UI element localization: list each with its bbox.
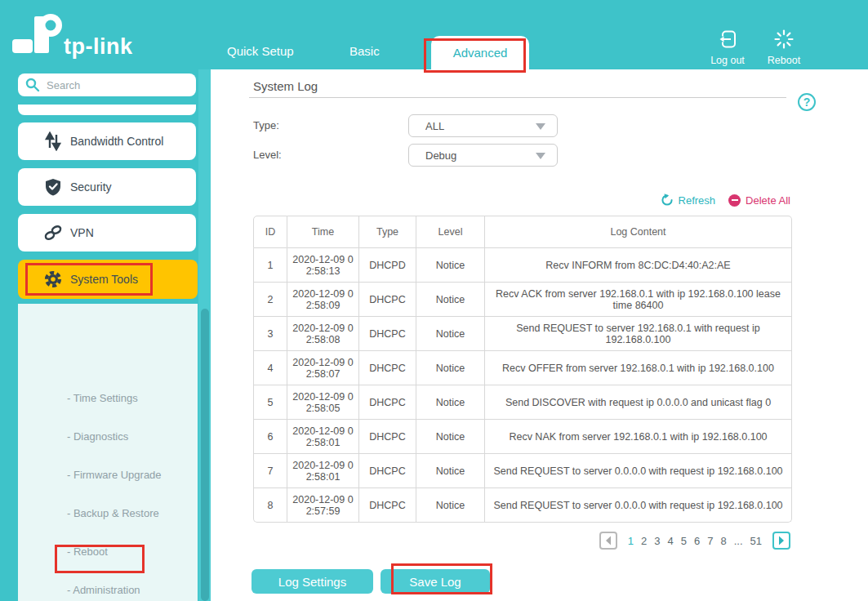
pagination: 12345678...51 [599, 532, 790, 550]
cell-time: 2020-12-09 02:58:08 [287, 317, 359, 351]
pagination-prev-button[interactable] [599, 532, 617, 550]
cell-log-content: Send REQUEST to server 0.0.0.0 with requ… [485, 488, 792, 523]
table-row: 32020-12-09 02:58:08DHCPCNoticeSend REQU… [253, 317, 792, 351]
submenu-item[interactable]: - Backup & Restore [67, 507, 159, 519]
pagination-page-6[interactable]: 6 [694, 535, 700, 547]
logout-icon [718, 29, 737, 49]
nav-tab-quick-setup[interactable]: Quick Setup [227, 44, 294, 58]
level-dropdown[interactable]: Debug [408, 144, 558, 167]
nav-tab-advanced[interactable]: Advanced [431, 36, 529, 69]
cell-log-content: Send DISCOVER with request ip 0.0.0.0 an… [485, 385, 792, 420]
submenu-item[interactable]: - Diagnostics [67, 430, 128, 443]
cell-type: DHCPC [359, 283, 416, 317]
refresh-label: Refresh [679, 194, 716, 207]
logo-text: tp-link [64, 34, 133, 60]
save-log-button[interactable]: Save Log [381, 569, 490, 594]
shield-check-icon [43, 177, 63, 197]
cell-time: 2020-12-09 02:58:01 [287, 420, 359, 454]
cell-id: 2 [253, 283, 287, 317]
search-placeholder: Search [47, 79, 80, 91]
logout-label: Log out [703, 55, 752, 66]
submenu-item[interactable]: - Reboot [67, 545, 108, 558]
sidebar-item-security[interactable]: Security [18, 168, 196, 206]
reboot-button[interactable]: Reboot [759, 29, 808, 66]
sidebar-item-system-tools[interactable]: System Tools [18, 260, 198, 299]
column-header: Type [359, 216, 416, 248]
sidebar-scroll-thumb[interactable] [201, 309, 209, 601]
system-tools-submenu: - Time Settings- Diagnostics- Firmware U… [18, 304, 198, 601]
cell-id: 7 [253, 454, 287, 488]
cell-id: 5 [253, 385, 287, 420]
sidebar: Search Bandwidth Control Security [0, 69, 211, 601]
type-dropdown[interactable]: ALL [408, 114, 558, 137]
chevron-right-icon [777, 535, 786, 546]
column-header: Log Content [485, 216, 792, 248]
pagination-page-4[interactable]: 4 [668, 535, 674, 547]
pagination-page-3[interactable]: 3 [654, 535, 660, 547]
pagination-next-button[interactable] [772, 532, 790, 550]
cell-level: Notice [416, 420, 485, 454]
cell-type: DHCPC [359, 351, 416, 385]
level-dropdown-value: Debug [425, 149, 456, 162]
sidebar-item-bandwidth-control[interactable]: Bandwidth Control [18, 122, 196, 160]
cell-level: Notice [416, 351, 485, 385]
cell-type: DHCPC [359, 454, 416, 488]
cell-time: 2020-12-09 02:58:01 [287, 454, 359, 488]
sidebar-scroll-track[interactable] [198, 69, 211, 601]
cell-id: 8 [253, 488, 287, 523]
delete-all-button[interactable]: Delete All [728, 194, 790, 207]
table-row: 72020-12-09 02:58:01DHCPCNoticeSend REQU… [253, 454, 792, 488]
help-icon[interactable]: ? [798, 93, 816, 111]
tp-link-logo: tp-link [12, 11, 176, 59]
pagination-page-8[interactable]: 8 [720, 535, 726, 547]
submenu-item[interactable]: - Time Settings [67, 392, 138, 404]
table-header-row: IDTimeTypeLevelLog Content [253, 216, 792, 248]
cell-level: Notice [416, 454, 485, 488]
pagination-page-7[interactable]: 7 [707, 535, 713, 547]
router-admin-screen: tp-link Quick Setup Basic Advanced Log o… [0, 0, 868, 601]
chain-link-icon [43, 223, 63, 243]
cell-type: DHCPD [359, 248, 416, 283]
cell-type: DHCPC [359, 488, 416, 523]
table-row: 62020-12-09 02:58:01DHCPCNoticeRecv NAK … [253, 420, 792, 454]
search-input[interactable]: Search [18, 73, 196, 96]
column-header: Level [416, 216, 485, 248]
sidebar-item-label: Security [70, 180, 112, 194]
type-label: Type: [253, 119, 279, 131]
sidebar-item-vpn[interactable]: VPN [18, 214, 196, 252]
table-row: 42020-12-09 02:58:07DHCPCNoticeRecv OFFE… [253, 351, 792, 385]
table-row: 12020-12-09 02:58:13DHCPDNoticeRecv INFO… [253, 248, 792, 283]
log-settings-button[interactable]: Log Settings [251, 569, 373, 594]
cell-level: Notice [416, 248, 485, 283]
log-toolbar: Refresh Delete All [661, 194, 790, 207]
sidebar-item-label: System Tools [70, 273, 138, 286]
pagination-page-5[interactable]: 5 [681, 535, 687, 547]
cell-id: 6 [253, 420, 287, 454]
search-icon [25, 78, 40, 92]
cell-log-content: Send REQUEST to server 192.168.0.1 with … [485, 317, 792, 351]
pagination-page-2[interactable]: 2 [641, 535, 647, 547]
cell-log-content: Send REQUEST to server 0.0.0.0 with requ… [485, 454, 792, 488]
cell-time: 2020-12-09 02:58:07 [287, 351, 359, 385]
reboot-icon [774, 29, 794, 49]
nav-tab-basic[interactable]: Basic [349, 44, 380, 58]
column-header: Time [287, 216, 359, 248]
minus-circle-icon [728, 194, 741, 207]
title-divider [249, 97, 786, 98]
cell-time: 2020-12-09 02:58:09 [287, 283, 359, 317]
table-row: 52020-12-09 02:58:05DHCPCNoticeSend DISC… [253, 385, 792, 420]
column-header: ID [253, 216, 287, 248]
pagination-page-51[interactable]: 51 [750, 535, 762, 547]
submenu-item[interactable]: - Administration [67, 584, 140, 596]
main-content: System Log ? Type: ALL Level: Debug Refr… [211, 69, 868, 601]
pagination-page-1[interactable]: 1 [628, 535, 634, 547]
sidebar-item-partial[interactable] [18, 105, 196, 115]
refresh-icon [661, 194, 674, 207]
submenu-item[interactable]: - Firmware Upgrade [67, 469, 162, 481]
gear-icon [43, 269, 63, 289]
logout-button[interactable]: Log out [703, 29, 752, 66]
refresh-button[interactable]: Refresh [661, 194, 716, 207]
pagination-pages: 12345678...51 [628, 535, 762, 547]
page-title: System Log [253, 79, 318, 93]
cell-type: DHCPC [359, 420, 416, 454]
